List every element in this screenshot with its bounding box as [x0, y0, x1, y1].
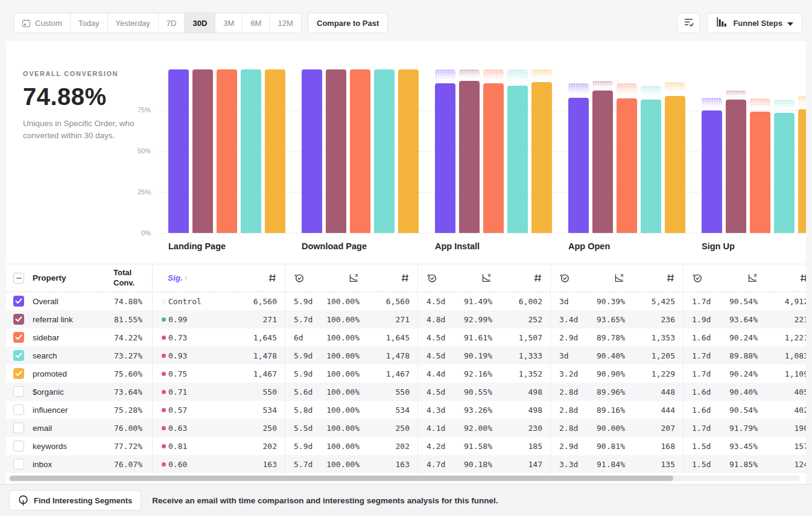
avg-time-column-icon[interactable] — [294, 273, 304, 283]
step-count: 202 — [263, 442, 277, 451]
find-interesting-segments-button[interactable]: Find Interesting Segments — [9, 490, 141, 511]
sig-header[interactable]: Sig.↑ — [168, 273, 188, 282]
funnel-bar-overall[interactable] — [302, 69, 322, 233]
count-column-icon[interactable] — [799, 273, 806, 282]
app-open-cells: 3.3d91.84%135 — [551, 455, 684, 473]
funnel-bar-promoted[interactable] — [665, 96, 685, 233]
step-count: 402 — [795, 406, 806, 415]
table-row[interactable]: referral link81.55%0.992715.7d100.00%271… — [6, 310, 806, 328]
app-install-cells: 4.8d92.99%252 — [418, 310, 551, 328]
funnel-bar-search[interactable] — [241, 69, 261, 233]
sig-dot — [162, 408, 166, 412]
avg-time-column-icon[interactable] — [559, 273, 569, 283]
bar-group-landing-page — [168, 69, 285, 233]
sig-value: 0.75 — [168, 369, 208, 378]
row-checkbox[interactable] — [13, 404, 24, 415]
funnel-bar-referral-link[interactable] — [326, 69, 346, 233]
funnel-bar-promoted[interactable] — [398, 69, 419, 233]
bar-slot — [798, 69, 806, 233]
funnel-bar-overall[interactable] — [435, 83, 455, 233]
row-checkbox[interactable] — [13, 332, 24, 343]
step-conversion-rate: 100.00% — [326, 387, 360, 397]
row-checkbox[interactable] — [13, 350, 24, 361]
conversion-rate-column-icon[interactable] — [349, 273, 359, 283]
row-checkbox[interactable] — [13, 368, 24, 379]
horizontal-scrollbar-thumb[interactable] — [10, 476, 673, 481]
step-avg-time: 2.8d — [559, 424, 592, 433]
funnel-bar-search[interactable] — [507, 86, 528, 233]
landing-page-cells: 0.63250 — [153, 419, 285, 437]
bar-slot — [726, 69, 746, 233]
funnel-bar-referral-link[interactable] — [592, 91, 613, 233]
funnel-bar-promoted[interactable] — [531, 82, 552, 233]
table-row[interactable]: influencer75.28%0.575345.8d100.00%5344.3… — [6, 401, 806, 419]
date-range-3m[interactable]: 3M — [215, 13, 242, 33]
funnel-bar-promoted[interactable] — [265, 69, 285, 233]
funnel-bar-sidebar[interactable] — [483, 83, 504, 233]
table-row[interactable]: Overall74.88%Control6,5605.9d100.00%6,56… — [6, 292, 806, 310]
table-row[interactable]: $organic73.64%0.715505.6d100.00%5504.5d9… — [6, 383, 806, 401]
conversion-rate-column-icon[interactable] — [747, 273, 758, 283]
row-checkbox[interactable] — [13, 386, 24, 397]
conversion-rate-column-icon[interactable] — [614, 273, 624, 283]
funnel-bar-sidebar[interactable] — [617, 98, 637, 233]
step-count: 250 — [396, 424, 410, 433]
property-cell: sidebar74.22% — [6, 328, 153, 346]
row-checkbox[interactable] — [13, 296, 24, 307]
select-all-checkbox[interactable] — [13, 273, 24, 284]
date-range-yesterday[interactable]: Yesterday — [107, 13, 158, 33]
report-options-button[interactable] — [677, 13, 700, 33]
y-axis-tick-label: 0% — [121, 229, 151, 237]
funnel-bar-overall[interactable] — [168, 69, 189, 233]
funnel-bar-overall[interactable] — [568, 98, 589, 233]
funnel-bar-search[interactable] — [774, 113, 795, 233]
row-checkbox[interactable] — [13, 441, 24, 451]
step-avg-time: 1.7d — [692, 351, 725, 360]
step-count: 405 — [795, 387, 806, 397]
bar-slot — [241, 69, 261, 233]
chart-type-dropdown[interactable]: Funnel Steps — [707, 13, 802, 33]
funnel-bar-search[interactable] — [374, 69, 395, 233]
count-column-icon[interactable] — [401, 273, 410, 282]
row-checkbox[interactable] — [13, 314, 24, 325]
step-conversion-rate: 100.00% — [326, 333, 360, 342]
row-checkbox[interactable] — [13, 422, 24, 433]
date-range-7d[interactable]: 7D — [158, 13, 185, 33]
date-range-12m[interactable]: 12M — [269, 13, 300, 33]
funnel-bar-referral-link[interactable] — [726, 100, 746, 233]
funnel-bar-referral-link[interactable] — [192, 69, 213, 233]
table-row[interactable]: inbox76.07%0.601635.7d100.00%1634.7d90.1… — [6, 455, 806, 473]
count-column-icon[interactable] — [666, 273, 675, 282]
count-column-icon[interactable] — [533, 273, 542, 282]
avg-time-column-icon[interactable] — [692, 273, 702, 283]
funnel-bar-sidebar[interactable] — [750, 112, 770, 233]
table-row[interactable]: keywords77.72%0.812025.9d100.00%2024.2d9… — [6, 437, 806, 455]
funnel-bar-dropoff-cap — [702, 98, 722, 109]
total-conv-value: 75.28% — [114, 406, 142, 415]
funnel-bar-referral-link[interactable] — [459, 81, 480, 233]
date-range-6m[interactable]: 6M — [242, 13, 269, 33]
table-row[interactable]: promoted75.60%0.751,4675.9d100.00%1,4674… — [6, 365, 806, 383]
table-row[interactable]: search73.27%0.931,4785.9d100.00%1,4784.5… — [6, 346, 806, 365]
funnel-bar-promoted[interactable] — [798, 109, 806, 233]
table-row[interactable]: email76.00%0.632505.5d100.00%2504.1d92.0… — [6, 419, 806, 437]
app-open-cells: 3.2d90.90%1,229 — [551, 365, 684, 383]
date-range-custom[interactable]: Custom — [14, 13, 70, 33]
avg-time-column-icon[interactable] — [427, 273, 437, 283]
conversion-rate-column-icon[interactable] — [481, 273, 492, 283]
funnel-bar-sidebar[interactable] — [217, 69, 237, 233]
property-cell: search73.27% — [6, 346, 153, 365]
funnel-bar-overall[interactable] — [702, 110, 722, 233]
funnel-bar-sidebar[interactable] — [350, 69, 370, 233]
count-column-icon[interactable] — [268, 273, 277, 282]
date-range-today[interactable]: Today — [70, 13, 107, 33]
table-body: Overall74.88%Control6,5605.9d100.00%6,56… — [6, 292, 806, 473]
funnel-bar-search[interactable] — [641, 100, 661, 233]
step-avg-time: 5.9d — [294, 351, 326, 360]
date-range-30d[interactable]: 30D — [184, 13, 215, 33]
table-row[interactable]: sidebar74.22%0.731,6456d100.00%1,6454.5d… — [6, 328, 806, 346]
step-count: 498 — [528, 406, 542, 415]
row-checkbox[interactable] — [13, 459, 24, 470]
compare-to-past-button[interactable]: Compare to Past — [308, 13, 388, 33]
bar-slot — [774, 69, 795, 233]
